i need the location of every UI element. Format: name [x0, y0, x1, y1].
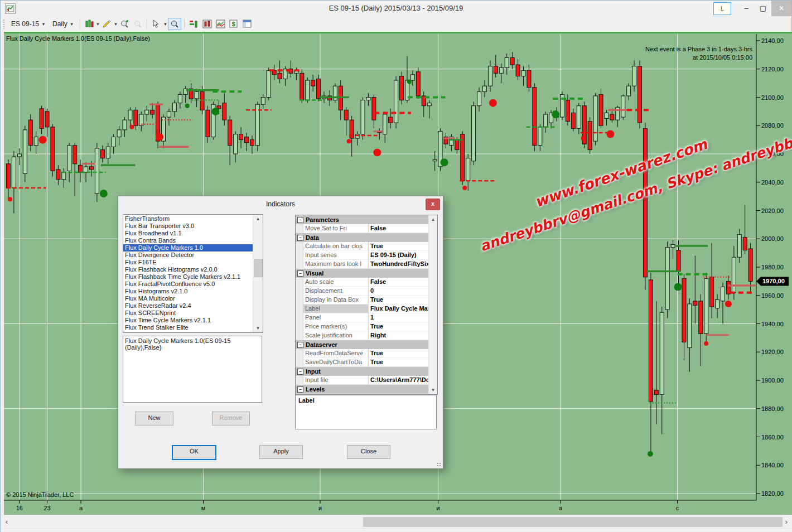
property-row[interactable]: ReadFromDataServeTrue [296, 349, 429, 358]
cursor-icon[interactable] [150, 18, 162, 30]
property-row[interactable]: Calculate on bar closTrue [296, 242, 429, 251]
property-section-header[interactable]: –Levels [296, 385, 429, 394]
property-value[interactable]: C:\Users\Arm777\Do [369, 376, 429, 385]
apply-button[interactable]: Apply [259, 445, 303, 459]
section-label: Data [306, 234, 319, 241]
scroll-down-icon[interactable]: ▼ [253, 324, 263, 332]
collapse-icon[interactable]: – [297, 235, 303, 241]
collapse-icon[interactable]: – [297, 386, 303, 393]
scrollbar-thumb[interactable] [363, 517, 783, 527]
close-button[interactable]: ✕ [771, 1, 791, 16]
configured-indicators-panel[interactable]: Flux Daily Cycle Markers 1.0(ES 09-15 (D… [123, 336, 262, 403]
period-selector[interactable]: Daily▼ [50, 19, 77, 29]
property-value[interactable]: Flux Daily Cycle Mark [369, 304, 429, 313]
chart-style-icon[interactable] [83, 18, 95, 30]
property-row[interactable]: Input seriesES 09-15 (Daily) [296, 251, 429, 260]
property-section-header[interactable]: –Input [296, 367, 429, 376]
indicator-list-item[interactable]: Flux Daily Cycle Markers 1.0 [123, 244, 253, 252]
property-row[interactable]: Scale justificationRight [296, 331, 429, 340]
scroll-up-icon[interactable]: ▲ [429, 215, 437, 224]
magnifier-icon[interactable] [168, 18, 181, 30]
ok-button[interactable]: OK [172, 445, 216, 460]
maximize-button[interactable]: ▢ [755, 1, 771, 16]
line-chart-icon[interactable] [214, 18, 226, 30]
indicator-list-item[interactable]: Flux Divergence Detector [123, 252, 253, 259]
indicator-list-item[interactable]: Flux Time Cycle Markers v2.1.1 [123, 317, 253, 324]
indicator-list-item[interactable]: Flux Broadhead v1.1 [123, 230, 253, 237]
chevron-down-icon[interactable]: ▼ [113, 22, 118, 27]
chevron-down-icon[interactable]: ▼ [96, 22, 100, 27]
indicator-list-item[interactable]: Flux SCREENprint [123, 309, 253, 317]
indicator-list-item[interactable]: Flux Trend Stalker Elite [123, 324, 253, 331]
property-value[interactable]: True [369, 242, 429, 251]
property-value[interactable]: True [369, 322, 429, 331]
property-row[interactable]: Displacement0 [296, 287, 429, 296]
property-row[interactable]: Price marker(s)True [296, 322, 429, 331]
instrument-selector[interactable]: ES 09-15▼ [8, 19, 49, 29]
data-grid-icon[interactable] [241, 18, 253, 30]
property-row[interactable]: SaveDailyChartToDaTrue [296, 358, 429, 367]
indicator-list-item[interactable]: Flux Histograms v2.1.0 [123, 288, 253, 295]
scroll-right-icon[interactable]: › [781, 515, 791, 529]
link-button[interactable]: L [713, 2, 731, 15]
indicator-list-item[interactable]: Flux MA Multicolor [123, 295, 253, 302]
minimize-button[interactable]: – [738, 1, 755, 16]
property-section-header[interactable]: –Data [296, 233, 429, 242]
property-value[interactable]: False [369, 278, 429, 287]
zoom-out-icon[interactable] [132, 18, 144, 30]
indicator-list-item[interactable]: FisherTransform [123, 215, 253, 223]
scroll-down-icon[interactable]: ▼ [429, 386, 437, 394]
property-row[interactable]: Display in Data BoxTrue [296, 296, 429, 304]
property-row[interactable]: Auto scaleFalse [296, 278, 429, 287]
property-row[interactable]: Input fileC:\Users\Arm777\Do [296, 376, 429, 385]
property-value[interactable]: Right [369, 331, 429, 340]
property-label: Display in Data Box [303, 296, 369, 304]
list-scrollbar[interactable]: ▲ ▼ [253, 215, 263, 332]
scroll-up-icon[interactable]: ▲ [253, 215, 263, 223]
horizontal-scrollbar[interactable]: ‹ › [1, 515, 792, 529]
property-value[interactable]: 0 [369, 287, 429, 296]
toolbar-grip-icon[interactable] [3, 19, 6, 29]
collapse-icon[interactable]: – [297, 270, 303, 277]
dollar-icon[interactable]: $ [228, 18, 240, 30]
new-button[interactable]: New [135, 412, 173, 425]
property-row[interactable]: Panel1 [296, 313, 429, 322]
chart-panel-icon[interactable] [201, 18, 213, 30]
indicator-list[interactable]: FisherTransformFlux Bar Transporter v3.0… [123, 214, 263, 333]
property-grid[interactable]: –ParametersMove Sat to FriFalse–DataCalc… [295, 215, 438, 395]
chevron-down-icon[interactable]: ▼ [163, 22, 167, 27]
property-row[interactable]: Maximum bars look lTwoHundredFiftySix [296, 260, 429, 269]
property-section-header[interactable]: –Parameters [296, 215, 429, 224]
indicator-list-item[interactable]: Flux Flashback Histograms v2.0.0 [123, 266, 253, 273]
indicator-icon[interactable] [187, 18, 200, 30]
property-value[interactable]: True [369, 358, 429, 367]
property-value[interactable]: TwoHundredFiftySix [369, 260, 429, 269]
property-value[interactable]: True [369, 296, 429, 304]
indicator-list-item[interactable]: Flux F16TE [123, 259, 253, 266]
scrollbar-thumb[interactable] [254, 259, 263, 277]
indicator-list-item[interactable]: Flux ReverseRadar v2.4 [123, 302, 253, 309]
collapse-icon[interactable]: – [297, 369, 303, 375]
property-value[interactable]: ES 09-15 (Daily) [369, 251, 429, 260]
property-grid-scrollbar[interactable]: ▲ ▼ [428, 215, 437, 394]
indicator-list-item[interactable]: Flux Contra Bands [123, 237, 253, 244]
dialog-close-button-bottom[interactable]: Close [347, 445, 390, 459]
indicator-list-item[interactable]: Flux FractalPivotConfluence v5.0 [123, 280, 253, 288]
indicator-list-item[interactable]: Flux Flashback Time Cycle Markers v2.1.1 [123, 273, 253, 280]
dialog-close-button[interactable]: x [426, 199, 440, 210]
property-value[interactable]: False [369, 224, 429, 233]
property-value[interactable]: 1 [369, 313, 429, 322]
property-row[interactable]: LabelFlux Daily Cycle Mark [296, 304, 429, 313]
draw-icon[interactable] [100, 18, 113, 30]
scroll-left-icon[interactable]: ‹ [2, 515, 12, 529]
property-section-header[interactable]: –Visual [296, 269, 429, 278]
collapse-icon[interactable]: – [297, 217, 303, 223]
resize-grip[interactable] [437, 462, 441, 467]
indicator-list-item[interactable]: Flux Bar Transporter v3.0 [123, 223, 253, 230]
collapse-icon[interactable]: – [297, 342, 303, 348]
property-value[interactable]: True [369, 349, 429, 358]
zoom-in-icon[interactable] [118, 18, 131, 30]
property-row[interactable]: Move Sat to FriFalse [296, 224, 429, 233]
property-section-header[interactable]: –Dataserver [296, 340, 429, 349]
title-bar[interactable]: ES 09-15 (Daily) 2015/03/13 - 2015/09/19… [1, 1, 791, 16]
